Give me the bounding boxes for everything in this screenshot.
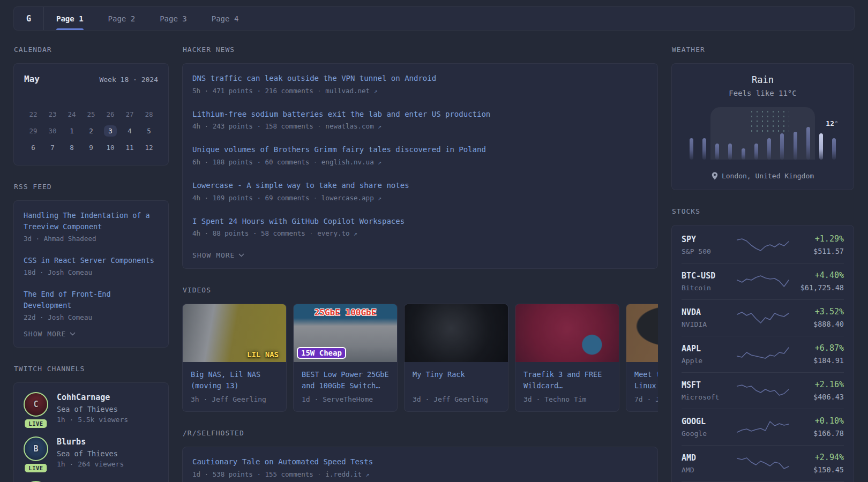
twitch-channel-game[interactable]: Sea of Thieves bbox=[57, 449, 124, 458]
news-item-link[interactable]: Unique volumes of Brothers Grimm fairy t… bbox=[192, 144, 648, 156]
twitch-channel-row[interactable]: C LIVE CohhCarnage Sea of Thieves 1h · 5… bbox=[24, 392, 159, 424]
stock-change-percent: +1.29% bbox=[789, 234, 844, 244]
stock-sparkline-chart bbox=[737, 237, 789, 253]
news-item-link[interactable]: Cautionary Tale on Automated Speed Tests bbox=[192, 456, 648, 468]
stock-ticker: BTC-USD bbox=[682, 271, 737, 281]
calendar-day-number: 22 bbox=[25, 109, 41, 120]
video-card[interactable]: Traefik 3 and FREE Wildcard… 3d · Techno… bbox=[515, 304, 619, 412]
nav-tab[interactable]: Page 1 bbox=[44, 7, 96, 30]
weather-feels-like: Feels like 11°C bbox=[682, 89, 844, 97]
live-badge: LIVE bbox=[25, 464, 47, 472]
news-item-link[interactable]: Lowercase - A simple way to take and sha… bbox=[192, 180, 648, 192]
twitch-channel-name[interactable]: Blurbs bbox=[57, 437, 124, 447]
video-card[interactable]: 25GbE 100GbE 15W Cheap BEST Low Power 25… bbox=[293, 304, 398, 412]
news-item-source-link[interactable]: i.redd.it bbox=[313, 470, 370, 478]
stock-change-percent: +0.10% bbox=[789, 416, 844, 426]
section-title-calendar: CALENDAR bbox=[14, 46, 169, 54]
video-title-link[interactable]: BEST Low Power 25GbE and 100GbE Switch… bbox=[302, 369, 389, 391]
rss-feed-widget: Handling The Indentation of a Treeview C… bbox=[13, 200, 169, 348]
video-thumbnail[interactable]: 25GbE 100GbE 15W Cheap bbox=[294, 304, 397, 362]
nav-tab-label: Page 4 bbox=[212, 14, 239, 23]
feed-item-link[interactable]: The End of Front-End Development bbox=[24, 289, 159, 311]
stock-company-name: S&P 500 bbox=[682, 247, 737, 255]
weather-condition: Rain bbox=[682, 74, 844, 85]
stock-company-name: Google bbox=[682, 430, 737, 438]
nav-tab[interactable]: Page 2 bbox=[96, 7, 148, 30]
stock-identity: SPY S&P 500 bbox=[682, 235, 737, 255]
calendar-day: 4 bbox=[120, 123, 139, 139]
feed-item-link[interactable]: Handling The Indentation of a Treeview C… bbox=[24, 210, 159, 232]
video-title-link[interactable]: Meet the (new?) Linux Clu… bbox=[634, 369, 658, 391]
video-title-link[interactable]: My Tiny Rack bbox=[413, 369, 500, 391]
video-card-body: Big NAS, Lil NAS (moving 13) 3h · Jeff G… bbox=[183, 362, 286, 411]
news-item-link[interactable]: DNS traffic can leak outside the VPN tun… bbox=[192, 73, 648, 85]
stock-row[interactable]: SPY S&P 500 +1.29% $511.57 bbox=[682, 227, 844, 263]
news-item-meta: 1d · 538 points · 155 commentsi.redd.it bbox=[192, 470, 648, 478]
weather-temp-bar bbox=[742, 148, 745, 160]
calendar-weekday bbox=[43, 92, 62, 106]
calendar-day: 9 bbox=[81, 139, 101, 156]
section-title-weather: WEATHER bbox=[672, 46, 854, 54]
stock-identity: AAPL Apple bbox=[682, 344, 737, 365]
news-item-source-link[interactable]: english.nv.ua bbox=[309, 158, 381, 166]
calendar-weekday bbox=[24, 92, 43, 106]
stock-ticker: AAPL bbox=[682, 344, 737, 353]
calendar-day: 1 bbox=[62, 123, 81, 139]
news-item-meta: 4h · 109 points · 69 commentslowercase.a… bbox=[192, 194, 648, 202]
news-item: Lowercase - A simple way to take and sha… bbox=[192, 180, 648, 202]
stock-values: +2.16% $406.43 bbox=[789, 380, 844, 401]
app-logo[interactable]: G bbox=[14, 7, 44, 30]
news-item-stats: 4h · 109 points · 69 comments bbox=[192, 194, 309, 202]
twitch-channel-name[interactable]: CohhCarnage bbox=[57, 393, 128, 402]
weather-temp-bar bbox=[794, 132, 797, 160]
stock-row[interactable]: MSFT Microsoft +2.16% $406.43 bbox=[682, 372, 844, 409]
stock-row[interactable]: GOOGL Google +0.10% $166.78 bbox=[682, 409, 844, 445]
feed-item-link[interactable]: CSS in React Server Components bbox=[24, 255, 159, 266]
stock-row[interactable]: NVDA NVIDIA +3.52% $888.40 bbox=[682, 299, 844, 336]
video-title-link[interactable]: Big NAS, Lil NAS (moving 13) bbox=[191, 369, 278, 391]
video-card-body: BEST Low Power 25GbE and 100GbE Switch… … bbox=[294, 362, 397, 411]
weather-location-text: London, United Kingdom bbox=[722, 172, 814, 180]
video-thumbnail[interactable] bbox=[405, 304, 508, 362]
section-title-videos: VIDEOS bbox=[183, 286, 658, 294]
news-item-source-link[interactable]: newatlas.com bbox=[313, 122, 381, 130]
stock-row[interactable]: BTC-USD Bitcoin +4.40% $61,725.48 bbox=[682, 263, 844, 299]
middle-column: HACKER NEWS DNS traffic can leak outside… bbox=[182, 46, 658, 482]
stock-sparkline-chart bbox=[737, 273, 789, 289]
news-item-source-link[interactable]: every.to bbox=[305, 229, 357, 237]
calendar-day: 25 bbox=[81, 106, 101, 123]
rss-show-more-button[interactable]: SHOW MORE bbox=[24, 330, 159, 338]
nav-tab[interactable]: Page 4 bbox=[199, 7, 251, 30]
stock-identity: MSFT Microsoft bbox=[682, 380, 737, 401]
video-thumbnail[interactable]: LIL NAS bbox=[183, 304, 286, 362]
weather-widget: Rain Feels like 11°C 12° bbox=[671, 63, 854, 190]
twitch-channel-game[interactable]: Sea of Thieves bbox=[57, 405, 128, 413]
stock-row[interactable]: AAPL Apple +6.87% $184.91 bbox=[682, 336, 844, 372]
news-item-link[interactable]: I Spent 24 Hours with GitHub Copilot Wor… bbox=[192, 216, 648, 228]
video-card[interactable]: LIL NAS Big NAS, Lil NAS (moving 13) 3h … bbox=[182, 304, 287, 412]
twitch-channel-row[interactable]: B LIVE Blurbs Sea of Thieves 1h · 264 vi… bbox=[24, 436, 159, 468]
news-item: I Spent 24 Hours with GitHub Copilot Wor… bbox=[192, 216, 648, 238]
video-title-link[interactable]: Traefik 3 and FREE Wildcard… bbox=[523, 369, 611, 391]
avatar-letter: B bbox=[33, 444, 38, 454]
video-card[interactable]: My Tiny Rack 3d · Jeff Geerling bbox=[404, 304, 508, 412]
nav-tab[interactable]: Page 3 bbox=[147, 7, 199, 30]
news-item: DNS traffic can leak outside the VPN tun… bbox=[192, 73, 648, 95]
nav-tabs: Page 1 Page 2 Page 3 Page 4 bbox=[44, 7, 251, 30]
feed-item-meta: 18d · Josh Comeau bbox=[24, 268, 159, 276]
news-item-source-link[interactable]: lowercase.app bbox=[309, 194, 381, 202]
stock-company-name: Microsoft bbox=[682, 393, 737, 401]
video-card[interactable]: FAST Meet the (new?) Linux Clu… 7d · Jef… bbox=[626, 304, 658, 412]
calendar-day-number: 6 bbox=[27, 142, 40, 153]
news-item-meta: 4h · 88 points · 58 commentsevery.to bbox=[192, 229, 648, 237]
stock-identity: AMD AMD bbox=[682, 453, 737, 474]
weather-bars bbox=[685, 112, 841, 160]
hn-show-more-button[interactable]: SHOW MORE bbox=[192, 251, 648, 259]
news-item-link[interactable]: Lithium-free sodium batteries exit the l… bbox=[192, 109, 648, 120]
calendar-day-number: 4 bbox=[123, 125, 136, 137]
video-meta: 3h · Jeff Geerling bbox=[191, 395, 278, 403]
video-thumbnail[interactable] bbox=[515, 304, 619, 362]
video-thumbnail[interactable]: FAST bbox=[626, 304, 658, 362]
stock-row[interactable]: AMD AMD +2.94% $150.45 bbox=[682, 445, 844, 481]
news-item-source-link[interactable]: mullvad.net bbox=[313, 87, 378, 95]
